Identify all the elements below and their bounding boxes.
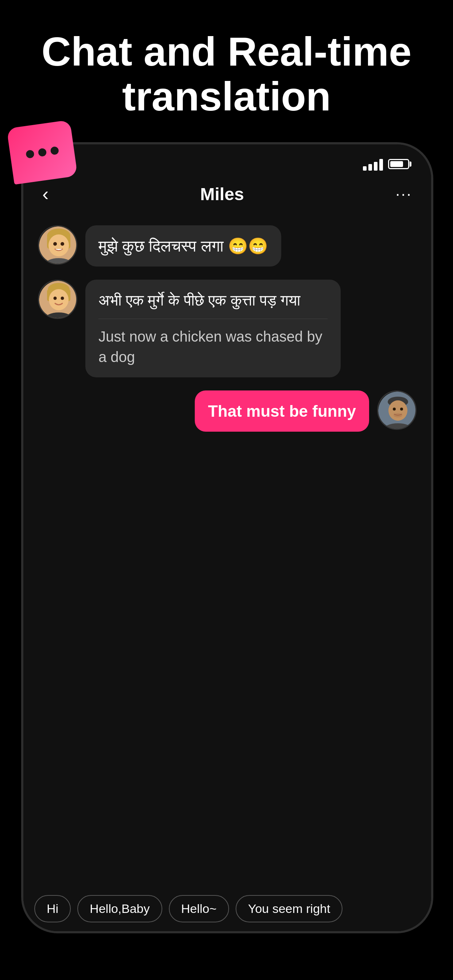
svg-point-12: [49, 289, 69, 310]
dot-2: [38, 148, 47, 157]
svg-point-5: [53, 242, 57, 246]
battery-icon: [388, 159, 409, 169]
dot-1: [25, 150, 34, 159]
message-bubble: मुझे कुछ दिलचस्प लगा 😁😁: [85, 225, 281, 267]
battery-fill: [390, 161, 403, 167]
avatar: [377, 390, 416, 430]
message-text: मुझे कुछ दिलचस्प लगा 😁😁: [99, 237, 268, 255]
quick-replies-bar: Hi Hello,Baby Hello~ You seem right: [23, 886, 431, 931]
message-row: मुझे कुछ दिलचस्प लगा 😁😁: [23, 219, 431, 273]
message-row: अभी एक मुर्गे के पीछे एक कुत्ता पड़ गया …: [23, 273, 431, 384]
svg-point-6: [61, 242, 64, 246]
nav-bar: ‹ Miles ···: [23, 177, 431, 212]
status-bar: 8:50: [23, 145, 431, 177]
quick-reply-hi[interactable]: Hi: [34, 895, 71, 923]
message-original-text: अभी एक मुर्गे के पीछे एक कुत्ता पड़ गया: [99, 290, 327, 319]
avatar: [38, 280, 77, 319]
svg-point-20: [400, 407, 403, 410]
message-translated-text: Just now a chicken was chased by a dog: [99, 326, 327, 367]
decoration-chat-bubble: [6, 120, 78, 185]
svg-point-14: [61, 297, 64, 300]
bubble-dots: [25, 146, 59, 158]
svg-point-19: [393, 407, 396, 410]
male-avatar: [378, 391, 416, 430]
chat-title: Miles: [200, 184, 244, 204]
message-bubble-translated: अभी एक मुर्गे के पीछे एक कुत्ता पड़ गया …: [85, 280, 341, 377]
quick-reply-you-seem-right[interactable]: You seem right: [236, 895, 343, 923]
svg-point-18: [388, 400, 407, 421]
quick-reply-hello-baby[interactable]: Hello,Baby: [77, 895, 162, 923]
avatar: [38, 225, 77, 265]
more-options-button[interactable]: ···: [396, 185, 412, 203]
svg-point-13: [54, 297, 57, 300]
quick-reply-hello[interactable]: Hello~: [169, 895, 229, 923]
status-icons: [363, 158, 409, 170]
message-row: That must be funny: [23, 384, 431, 438]
svg-point-4: [48, 234, 69, 256]
female-avatar-1: [39, 226, 77, 265]
hero-title: Chat and Real-time translation: [0, 0, 453, 119]
female-avatar-2: [39, 281, 77, 319]
page: Chat and Real-time translation 8:50: [0, 0, 453, 980]
phone-mockup: 8:50 ‹ Miles ···: [21, 142, 433, 933]
back-button[interactable]: ‹: [42, 183, 48, 205]
phone-inner: 8:50 ‹ Miles ···: [23, 145, 431, 931]
message-text: That must be funny: [208, 402, 356, 420]
message-bubble-outgoing: That must be funny: [195, 390, 369, 432]
chat-area: मुझे कुछ दिलचस्प लगा 😁😁: [23, 212, 431, 931]
signal-icon: [363, 158, 383, 170]
dot-3: [50, 146, 59, 155]
